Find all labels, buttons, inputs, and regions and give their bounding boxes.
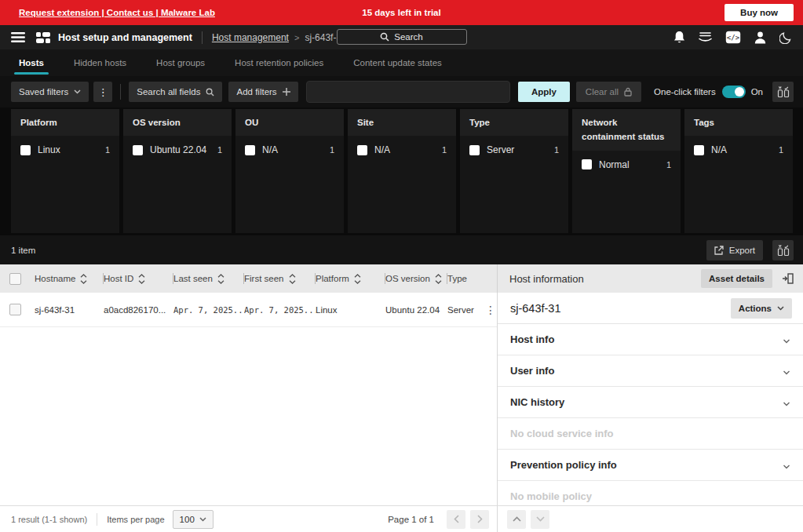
panel-section-label: Prevention policy info (510, 459, 783, 471)
filter-checkbox[interactable] (469, 145, 480, 155)
filter-more-options-button[interactable]: ⋮ (93, 82, 112, 102)
content-area: sj-643f-31a0acd826170...Apr. 7, 2025...A… (0, 293, 803, 505)
table-header: HostnameHost IDLast seenFirst seenPlatfo… (0, 264, 497, 293)
asset-details-button[interactable]: Asset details (701, 269, 772, 288)
filter-option[interactable]: N/A1 (348, 136, 456, 155)
filter-panel-title: Network containment status (572, 109, 681, 151)
host-information-header: Host information Asset details (497, 264, 803, 293)
notifications-bell-icon[interactable] (673, 31, 685, 44)
filter-option-label: N/A (711, 144, 779, 155)
previous-host-button[interactable] (507, 510, 526, 529)
trial-days-left: 15 days left in trial (362, 8, 440, 17)
chevron-down-icon (783, 458, 790, 472)
toggle-state-label: On (751, 87, 763, 97)
sort-button[interactable] (138, 274, 145, 284)
toolbar-divider (120, 84, 121, 100)
chevron-down-icon (783, 370, 790, 375)
filter-panel-title: OU (235, 109, 344, 136)
chevron-down-icon (777, 306, 784, 311)
expand-panel-button[interactable] (780, 271, 795, 286)
trial-banner-links[interactable]: Request extension | Contact us | Malware… (19, 8, 215, 17)
filter-panel-network-containment-status: Network containment statusNormal1 (572, 109, 681, 233)
actions-button[interactable]: Actions (731, 298, 792, 319)
filter-checkbox[interactable] (133, 145, 143, 155)
filter-option-count: 1 (217, 145, 222, 155)
sort-button[interactable] (435, 274, 442, 284)
filter-option-label: Linux (38, 144, 105, 155)
code-console-icon[interactable]: </> (725, 31, 741, 44)
panel-footer (497, 506, 803, 532)
cell-platform: Linux (316, 305, 385, 315)
chevron-left-icon (454, 515, 459, 523)
search-label: Search (394, 32, 422, 42)
filter-query-area[interactable] (306, 81, 510, 103)
tab-host-groups[interactable]: Host groups (156, 49, 205, 76)
panel-section-label: NIC history (510, 396, 783, 408)
filter-checkbox[interactable] (245, 145, 255, 155)
column-header-host-id: Host ID (104, 264, 173, 293)
cell-last-seen: Apr. 7, 2025... (173, 305, 244, 315)
sort-button[interactable] (289, 274, 296, 284)
filter-checkbox[interactable] (582, 159, 592, 169)
table-header-band: HostnameHost IDLast seenFirst seenPlatfo… (0, 264, 803, 293)
search-all-fields-button[interactable]: Search all fields (129, 82, 222, 102)
chevron-up-icon (513, 516, 521, 522)
tab-hosts[interactable]: Hosts (19, 49, 44, 76)
previous-page-button[interactable] (447, 510, 465, 529)
filter-panel-tags: TagsN/A1 (684, 109, 793, 233)
hosts-table: sj-643f-31a0acd826170...Apr. 7, 2025...A… (0, 293, 497, 505)
tab-hidden-hosts[interactable]: Hidden hosts (74, 49, 126, 76)
breadcrumb-host-management-link[interactable]: Host management (212, 32, 289, 43)
page-size-select[interactable]: 100 (173, 510, 214, 529)
filter-option[interactable]: Normal1 (572, 151, 681, 170)
panel-section-nic-history[interactable]: NIC history (498, 387, 803, 418)
app-switcher-icon[interactable] (36, 32, 50, 43)
one-click-filters-toggle[interactable] (722, 86, 746, 98)
sort-button[interactable] (80, 274, 87, 284)
panel-section-host-info[interactable]: Host info (498, 324, 803, 355)
filter-option[interactable]: N/A1 (684, 136, 793, 155)
search-input[interactable]: Search (337, 29, 467, 45)
sort-button[interactable] (354, 274, 361, 284)
sort-button[interactable] (217, 274, 224, 284)
support-stack-icon[interactable] (699, 32, 712, 43)
filter-checkbox[interactable] (20, 145, 31, 155)
apply-button[interactable]: Apply (518, 82, 570, 102)
select-all-checkbox[interactable] (9, 273, 21, 285)
next-page-button[interactable] (470, 510, 489, 529)
filter-option[interactable]: N/A1 (235, 136, 344, 155)
cell-host-id: a0acd826170... (104, 305, 173, 315)
trial-banner: Request extension | Contact us | Malware… (0, 0, 803, 25)
tab-host-retention-policies[interactable]: Host retention policies (235, 49, 323, 76)
open-panel-icon (782, 273, 794, 284)
filter-checkbox[interactable] (694, 145, 704, 155)
column-header-hostname: Hostname (35, 264, 104, 293)
add-filters-button[interactable]: Add filters (228, 82, 297, 102)
filter-panel-title: Site (348, 109, 456, 136)
filter-checkbox[interactable] (357, 145, 367, 155)
filter-option-label: Ubuntu 22.04 (150, 144, 217, 155)
customize-filters-icon-button[interactable] (772, 82, 794, 102)
next-host-button[interactable] (531, 510, 549, 529)
row-checkbox[interactable] (9, 304, 21, 315)
filter-option-count: 1 (330, 145, 334, 155)
column-header-type: Type (447, 264, 480, 293)
dark-mode-moon-icon[interactable] (779, 31, 792, 44)
panel-title: Host information (509, 273, 584, 285)
customize-columns-icon-button[interactable] (772, 240, 794, 261)
filter-option[interactable]: Server1 (460, 136, 568, 155)
table-row[interactable]: sj-643f-31a0acd826170...Apr. 7, 2025...A… (0, 293, 497, 327)
filter-option[interactable]: Ubuntu 22.041 (123, 136, 232, 155)
saved-filters-button[interactable]: Saved filters (11, 82, 89, 102)
menu-icon[interactable] (11, 32, 25, 42)
user-profile-icon[interactable] (754, 31, 766, 44)
buy-now-button[interactable]: Buy now (725, 4, 794, 21)
filter-option[interactable]: Linux1 (11, 136, 119, 155)
item-count-label: 1 item (11, 246, 35, 255)
panel-section-user-info[interactable]: User info (498, 355, 803, 387)
page-title: Host setup and management (58, 32, 192, 43)
panel-section-prevention-policy-info[interactable]: Prevention policy info (498, 450, 803, 481)
add-filters-label: Add filters (236, 87, 276, 97)
export-button[interactable]: Export (706, 240, 763, 261)
tab-content-update-states[interactable]: Content update states (353, 49, 442, 76)
